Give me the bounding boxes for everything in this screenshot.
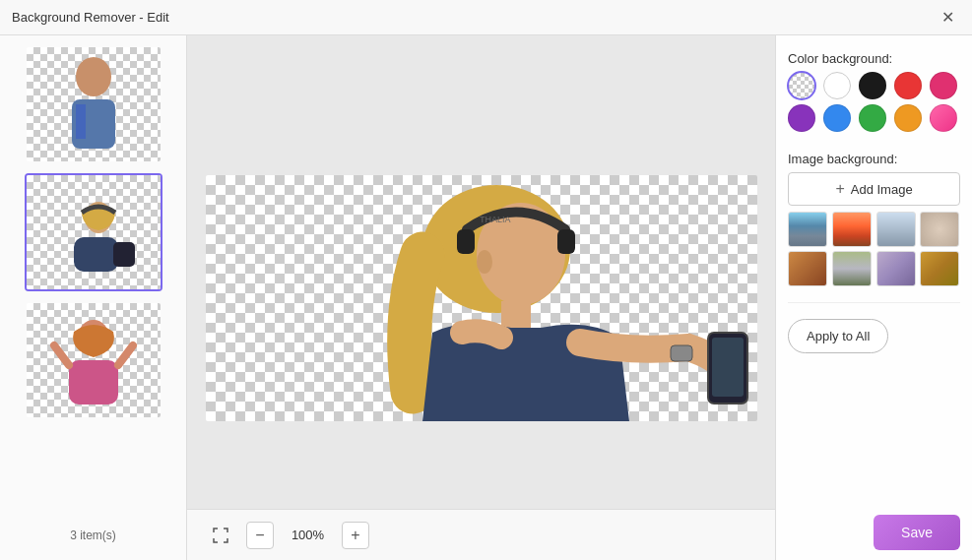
bg-thumb-plants[interactable] xyxy=(920,251,959,286)
color-swatch-pink[interactable] xyxy=(930,72,957,99)
svg-rect-15 xyxy=(457,229,475,254)
color-swatch-white[interactable] xyxy=(823,72,851,99)
zoom-out-button[interactable]: − xyxy=(246,522,274,549)
bg-thumb-mountains[interactable] xyxy=(788,212,827,247)
bg-thumbnails xyxy=(788,212,960,286)
canvas-image: THALIA xyxy=(206,175,757,421)
title-bar: Background Remover - Edit ✕ xyxy=(0,0,972,35)
color-swatch-gradient-pink[interactable] xyxy=(930,104,957,132)
close-button[interactable]: ✕ xyxy=(935,5,960,31)
thumbnail-2[interactable] xyxy=(25,173,162,291)
svg-rect-12 xyxy=(501,301,531,331)
color-swatch-red[interactable] xyxy=(894,72,922,99)
bottom-toolbar: − 100% + xyxy=(187,509,775,560)
svg-line-8 xyxy=(54,345,69,365)
app-title: Background Remover - Edit xyxy=(12,10,169,25)
main-image-svg: THALIA xyxy=(206,175,757,421)
bg-thumb-texture[interactable] xyxy=(920,212,959,247)
color-swatch-purple[interactable] xyxy=(788,104,815,132)
bg-thumb-indoor3[interactable] xyxy=(876,251,916,286)
svg-rect-4 xyxy=(74,237,118,272)
svg-point-19 xyxy=(477,250,492,274)
color-swatch-transparent[interactable] xyxy=(788,72,815,99)
color-background-section: Color background: xyxy=(788,51,960,140)
person-icon-1 xyxy=(54,55,133,154)
thumbnail-bg-3 xyxy=(27,303,161,417)
thumbnail-3[interactable] xyxy=(25,301,162,419)
svg-rect-16 xyxy=(557,229,575,254)
svg-rect-5 xyxy=(113,242,135,267)
bg-thumb-indoor2[interactable] xyxy=(832,251,872,286)
image-background-label: Image background: xyxy=(788,152,960,166)
svg-rect-14 xyxy=(712,338,744,397)
color-swatch-green[interactable] xyxy=(859,104,886,132)
add-image-label: Add Image xyxy=(851,182,913,197)
color-swatch-orange[interactable] xyxy=(894,104,922,132)
svg-rect-18 xyxy=(671,345,692,361)
person-icon-3 xyxy=(49,316,138,404)
thumbnail-bg-1 xyxy=(27,47,161,161)
thumbnail-bg-2 xyxy=(27,175,161,289)
apply-to-all-button[interactable]: Apply to All xyxy=(788,319,888,353)
zoom-in-button[interactable]: + xyxy=(342,522,369,549)
svg-line-9 xyxy=(118,345,133,365)
zoom-out-icon: − xyxy=(255,527,264,544)
image-background-section: Image background: + Add Image xyxy=(788,152,960,286)
svg-rect-2 xyxy=(76,104,86,139)
right-panel: Color background: Image background: + xyxy=(775,35,972,560)
resize-icon[interactable] xyxy=(207,522,234,549)
bg-thumb-sunset[interactable] xyxy=(832,212,872,247)
bg-thumb-fog[interactable] xyxy=(876,212,916,247)
color-swatch-blue[interactable] xyxy=(823,104,851,132)
svg-text:THALIA: THALIA xyxy=(480,215,511,224)
add-image-button[interactable]: + Add Image xyxy=(788,172,960,206)
zoom-controls: − 100% + xyxy=(207,522,369,549)
save-button[interactable]: Save xyxy=(874,515,960,550)
color-grid xyxy=(788,72,960,132)
left-panel: 3 item(s) xyxy=(0,35,187,560)
zoom-value: 100% xyxy=(286,528,330,542)
bg-thumb-indoor1[interactable] xyxy=(788,251,827,286)
thumbnail-1[interactable] xyxy=(25,45,162,163)
zoom-in-icon: + xyxy=(351,527,359,544)
person-icon-2 xyxy=(44,193,143,272)
main-canvas: THALIA xyxy=(187,35,775,560)
color-background-label: Color background: xyxy=(788,51,960,66)
color-swatch-black[interactable] xyxy=(859,72,886,99)
plus-icon: + xyxy=(835,180,844,198)
app-body: 3 item(s) xyxy=(0,35,972,560)
svg-point-0 xyxy=(76,57,111,96)
divider xyxy=(788,302,960,303)
item-count: 3 item(s) xyxy=(62,521,124,550)
svg-rect-7 xyxy=(69,360,118,404)
